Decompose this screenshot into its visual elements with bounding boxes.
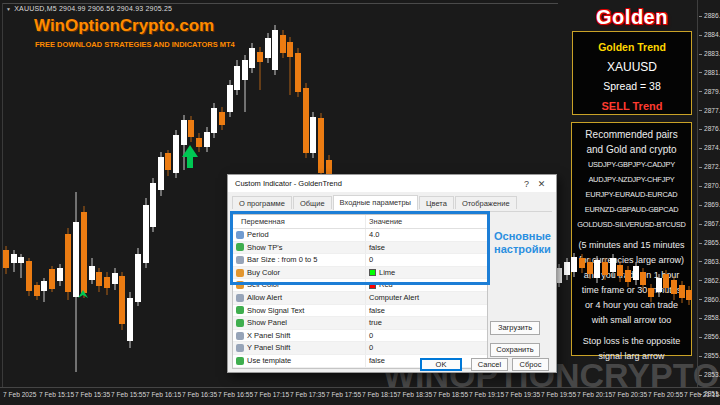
candle-body bbox=[3, 250, 9, 268]
param-name-cell: Show Signal Text bbox=[233, 305, 366, 317]
param-name-cell: Period bbox=[233, 229, 366, 241]
candle-body bbox=[318, 118, 324, 173]
param-name-cell: Use template bbox=[233, 355, 366, 367]
table-row[interactable]: Y Panel Shift0 bbox=[233, 342, 487, 355]
param-name: Allow Alert bbox=[247, 292, 282, 304]
param-value: Lime bbox=[379, 267, 395, 279]
candle-body bbox=[26, 261, 32, 291]
tab-отображение[interactable]: Отображение bbox=[455, 196, 517, 209]
cancel-button[interactable]: Cancel bbox=[471, 358, 508, 371]
help-icon[interactable]: ? bbox=[519, 179, 534, 189]
param-value-cell[interactable]: false bbox=[366, 305, 487, 317]
table-row[interactable]: Show TP'sfalse bbox=[233, 242, 487, 255]
param-name-cell: Y Panel Shift bbox=[233, 342, 366, 354]
candle-body bbox=[211, 108, 217, 133]
candle-body bbox=[135, 254, 141, 302]
candle-body bbox=[280, 35, 286, 53]
close-icon[interactable]: ✕ bbox=[534, 179, 549, 189]
param-value: Red bbox=[379, 279, 393, 291]
time-label: 7 Feb 15:55 bbox=[111, 391, 146, 398]
param-value-cell[interactable]: 4.0 bbox=[366, 229, 487, 241]
table-row[interactable]: Period4.0 bbox=[233, 229, 487, 242]
candle-body bbox=[150, 183, 156, 227]
time-label: 7 Feb 17:15 bbox=[254, 391, 289, 398]
candle-body bbox=[227, 85, 233, 112]
param-type-icon-color bbox=[236, 281, 244, 289]
chart-left-border bbox=[2, 3, 3, 387]
time-label: 7 Feb 17:55 bbox=[326, 391, 361, 398]
pairs-panel-line: GOLDUSD-SILVERUSD-BTCUSD bbox=[572, 217, 691, 232]
param-value-cell[interactable]: Computer Alert bbox=[366, 292, 487, 304]
param-value-cell[interactable]: 0 bbox=[366, 330, 487, 342]
chart-ohlc-text: XAUUSD,M5 2904.99 2906.56 2904.93 2905.2… bbox=[14, 5, 172, 12]
indicator-settings-dialog: Custom Indicator - GoldenTrend ? ✕ О про… bbox=[227, 174, 557, 373]
candle-body bbox=[96, 272, 102, 286]
param-value-cell[interactable]: 0 bbox=[366, 342, 487, 354]
candle-body bbox=[242, 60, 248, 80]
large-up-arrow-icon bbox=[182, 145, 198, 168]
info-panel-symbol: XAUUSD bbox=[573, 58, 691, 78]
ok-button[interactable]: OK bbox=[420, 358, 462, 371]
brand-title: WinOptionCrypto.com bbox=[34, 16, 214, 36]
price-label: 2872.65 bbox=[699, 163, 720, 170]
candle-body bbox=[104, 277, 110, 288]
price-label: 2855.05 bbox=[699, 352, 720, 359]
tab-о-программе[interactable]: О программе bbox=[232, 196, 292, 209]
chart-dropdown-icon: ▼ bbox=[6, 6, 11, 12]
price-label: 2886.65 bbox=[699, 12, 720, 19]
table-row[interactable]: Show Signal Textfalse bbox=[233, 305, 487, 318]
table-row[interactable]: Bar Size : from 0 to 50 bbox=[233, 254, 487, 267]
dialog-titlebar[interactable]: Custom Indicator - GoldenTrend ? ✕ bbox=[228, 175, 556, 192]
param-value-cell[interactable]: Lime bbox=[366, 267, 487, 279]
header-variable: Переменная bbox=[233, 215, 366, 228]
candle-body bbox=[11, 254, 17, 263]
param-value-cell[interactable]: true bbox=[366, 317, 487, 329]
price-label: 2881.40 bbox=[699, 69, 720, 76]
tab-цвета[interactable]: Цвета bbox=[419, 196, 454, 209]
brand-subtitle: FREE DOWNLOAD STRATEGIES AND INDICATORS … bbox=[35, 40, 235, 49]
price-label: 2865.60 bbox=[699, 239, 720, 246]
time-label: 7 Feb 21:15 bbox=[684, 391, 719, 398]
param-type-icon-int bbox=[236, 344, 244, 352]
param-name: Y Panel Shift bbox=[247, 342, 290, 354]
time-label: 7 Feb 18:15 bbox=[362, 391, 397, 398]
reset-button[interactable]: Сброс bbox=[512, 358, 549, 371]
candle-body bbox=[173, 135, 179, 173]
table-row[interactable]: Show Paneltrue bbox=[233, 317, 487, 330]
param-type-icon-enum bbox=[236, 294, 244, 302]
candle-body bbox=[181, 120, 187, 145]
time-label: 7 Feb 18:55 bbox=[433, 391, 468, 398]
table-row[interactable]: Allow AlertComputer Alert bbox=[233, 292, 487, 305]
candle-body bbox=[265, 38, 271, 58]
dialog-title: Custom Indicator - GoldenTrend bbox=[235, 179, 519, 188]
candle-body bbox=[49, 269, 55, 289]
param-value-cell[interactable]: 0 bbox=[366, 254, 487, 266]
param-type-icon-double bbox=[236, 231, 244, 239]
time-label: 7 Feb 2025 bbox=[3, 391, 36, 398]
price-axis-line bbox=[697, 0, 698, 387]
param-type-icon-int bbox=[236, 256, 244, 264]
save-button[interactable]: Сохранить bbox=[490, 343, 540, 357]
tab-общие[interactable]: Общие bbox=[293, 196, 332, 209]
param-name: Bar Size : from 0 to 5 bbox=[247, 254, 317, 266]
price-label: 2876.15 bbox=[699, 125, 720, 132]
pairs-panel-line: time frame or 30 minutes bbox=[572, 283, 691, 298]
pairs-panel-line: with small arrow too bbox=[572, 313, 691, 328]
tab-входные-параметры[interactable]: Входные параметры bbox=[333, 195, 418, 210]
time-label: 7 Feb 19:55 bbox=[541, 391, 576, 398]
header-value: Значение bbox=[366, 215, 487, 228]
price-label: 2884.90 bbox=[699, 31, 720, 38]
param-value-cell[interactable]: Red bbox=[366, 279, 487, 291]
table-row[interactable]: Buy ColorLime bbox=[233, 267, 487, 280]
price-label: 2883.15 bbox=[699, 50, 720, 57]
table-row[interactable]: Sell ColorRed bbox=[233, 279, 487, 292]
candle-body bbox=[287, 42, 293, 57]
candle-body bbox=[249, 48, 255, 68]
pairs-panel-line: USDJPY-GBPJPY-CADJPY bbox=[572, 157, 691, 172]
chart-symbol-title: ▼XAUUSD,M5 2904.99 2906.56 2904.93 2905.… bbox=[6, 5, 172, 12]
param-name-cell: Sell Color bbox=[233, 279, 366, 291]
candle-body bbox=[564, 262, 570, 275]
table-row[interactable]: X Panel Shift0 bbox=[233, 330, 487, 343]
param-value-cell[interactable]: false bbox=[366, 242, 487, 254]
load-button[interactable]: Загрузить bbox=[490, 321, 540, 335]
